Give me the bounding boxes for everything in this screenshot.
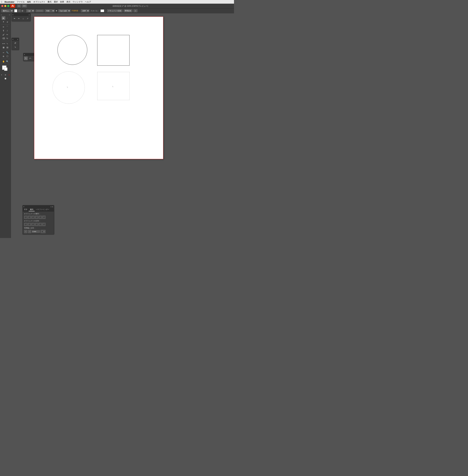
toolbar-collapse-btn[interactable]: × (1, 14, 2, 16)
spacing-v-btn[interactable]: ↕ (28, 230, 31, 233)
graph-tool-btn[interactable]: ▦ (2, 46, 5, 49)
eraser-tool-btn[interactable]: ⌫ (2, 37, 5, 40)
align-center-h-btn[interactable]: ⬛ (28, 216, 31, 219)
line-tool-btn[interactable]: / (5, 29, 9, 33)
menu-file[interactable]: ファイル (17, 0, 25, 3)
opacity-select[interactable]: 100% (81, 9, 89, 12)
circle-solid[interactable] (58, 35, 87, 65)
menu-edit[interactable]: 編集 (27, 0, 31, 3)
undo-btn[interactable]: ↺ (14, 41, 17, 45)
canvas-area[interactable]: × » ✒ ✏ ⌂ ↗ × » ↺ ✎ × (11, 13, 234, 238)
pencil-tool-btn[interactable]: ✏ (5, 33, 9, 36)
scale-tool-btn[interactable]: ⤡ (5, 42, 9, 46)
selection-select[interactable]: 選択なし (1, 9, 13, 12)
view-mode-btn[interactable]: ⬜ (4, 77, 7, 80)
menu-help[interactable]: ヘルプ (85, 0, 91, 3)
stroke-style-select[interactable]: 均等 (45, 9, 55, 12)
pen-panel-close[interactable]: × (13, 14, 14, 16)
tab-align[interactable]: 整列 (29, 208, 35, 211)
column-graph-tool-btn[interactable]: ▤ (5, 46, 9, 49)
pen-tool-btn[interactable]: ✒ (2, 25, 5, 29)
paintbrush-tool-btn[interactable]: 🖌 (2, 33, 5, 36)
tab-transform[interactable]: 変形 (23, 208, 29, 211)
dist-center-v-btn[interactable]: ⬛ (39, 223, 42, 226)
type-tool-btn[interactable]: T (2, 29, 5, 33)
select-arrow-btn[interactable]: ↖ (24, 57, 28, 60)
align-right-btn[interactable]: ⬛ (31, 216, 35, 219)
rotate-tool-btn[interactable]: ↻ (5, 37, 9, 40)
apple-menu[interactable]:  (1, 0, 2, 3)
pen-panel-remove-btn[interactable]: ⌂ (21, 17, 25, 20)
align-center-v-btn[interactable]: ⬛ (39, 216, 42, 219)
brush-select[interactable]: 5 pt. 丸筆 (58, 9, 71, 12)
pen-panel-header[interactable]: × » (12, 14, 30, 16)
dist-center-h-btn[interactable]: ⬛ (28, 223, 31, 226)
close-button[interactable] (1, 5, 3, 7)
eyedropper-tool-btn[interactable]: 🔧 (5, 51, 9, 54)
pen-panel-convert-btn[interactable]: ↗ (26, 17, 29, 20)
toolbar-expand-btn[interactable]: 〈〈 (9, 14, 10, 16)
undo-panel-header[interactable]: × » (12, 38, 19, 41)
pen-panel-pen-btn[interactable]: ✒ (13, 17, 16, 20)
blend-tool-btn[interactable]: ∞ (2, 51, 5, 54)
menu-view[interactable]: 表示 (66, 0, 70, 3)
dist-bottom-btn[interactable]: ⬛ (42, 223, 45, 226)
style-swatch[interactable] (101, 9, 104, 12)
align-left-btn[interactable]: ⬛ (24, 216, 27, 219)
magic-wand-tool-btn[interactable]: ✦ (2, 20, 5, 24)
menu-object[interactable]: オブジェクト (33, 0, 45, 3)
redo-btn[interactable]: ✎ (14, 46, 17, 49)
dist-right-btn[interactable]: ⬛ (31, 223, 35, 226)
align-bottom-btn[interactable]: ⬛ (42, 216, 45, 219)
fill-icon-box[interactable] (18, 10, 21, 12)
stroke-width-select[interactable]: 1 pt (26, 9, 34, 12)
symbol-tool-btn[interactable]: ⊕ (2, 55, 5, 58)
transform-panel-expand[interactable]: » (51, 206, 52, 208)
tab-pathfinder[interactable]: パスファインダー (35, 208, 50, 211)
minimize-button[interactable] (4, 5, 6, 7)
lasso-tool-btn[interactable]: ⌀ (5, 20, 9, 24)
app-name[interactable]: Illustrator (4, 1, 15, 3)
rect-solid[interactable] (97, 35, 130, 66)
transform-panel-close[interactable]: × (23, 206, 24, 208)
artboard-tool-btn[interactable]: ☐ (5, 55, 9, 58)
transform-panel-menu[interactable]: ≡ (52, 206, 53, 208)
direct-selection-tool-btn[interactable]: ◦ (5, 16, 9, 20)
spacing-h-btn[interactable]: ↔ (24, 230, 27, 233)
background-swatch[interactable] (4, 67, 7, 71)
workspace-btn[interactable]: ☷ (17, 4, 21, 7)
maximize-button[interactable] (7, 5, 9, 7)
dist-left-btn[interactable]: ⬛ (24, 223, 27, 226)
align-to-btn[interactable]: ⬛▾ (41, 230, 45, 233)
gradient-mode-btn[interactable]: ▤ (4, 73, 7, 77)
dist-top-btn[interactable]: ⬛ (35, 223, 38, 226)
undo-panel-expand[interactable]: » (17, 38, 18, 40)
menu-window[interactable]: ウィンドウ (73, 0, 83, 3)
pen-panel-anchor-btn[interactable]: ✏ (17, 17, 21, 20)
circle-dashed[interactable] (53, 71, 85, 104)
color-mode-btn[interactable]: ● (0, 73, 3, 77)
stroke-color-box[interactable] (14, 9, 17, 12)
stroke-style-preview[interactable]: ―――― (35, 9, 44, 12)
extra-options-btn[interactable]: ›› (133, 9, 137, 12)
selection-panel-close[interactable]: × (24, 54, 25, 56)
selection-tool-btn[interactable]: ▶ (2, 16, 5, 20)
hand-tool-btn[interactable]: ✋ (2, 60, 5, 63)
artboard[interactable]: + + (34, 16, 163, 159)
pen-panel-expand[interactable]: » (29, 14, 30, 16)
arrange-btn[interactable]: ☰▼ (22, 4, 27, 7)
width-tool-btn[interactable]: ⟺ (2, 42, 5, 46)
curvature-tool-btn[interactable]: ⌒ (5, 25, 9, 29)
zoom-tool-btn[interactable]: 🔍 (5, 60, 9, 63)
doc-settings-btn[interactable]: ドキュメント設定 (107, 9, 123, 12)
menu-select[interactable]: 選択 (54, 0, 58, 3)
menu-type[interactable]: 書式 (47, 0, 52, 3)
menu-effect[interactable]: 効果 (60, 0, 64, 3)
undo-panel-close[interactable]: × (13, 38, 14, 40)
spacing-input[interactable] (32, 230, 40, 233)
transform-panel-header[interactable]: × » ≡ (23, 205, 54, 208)
select-add-btn[interactable]: ↗+ (28, 57, 32, 60)
prefs-btn[interactable]: 環境設定 (124, 9, 132, 12)
align-top-btn[interactable]: ⬛ (35, 216, 38, 219)
none-mode-btn[interactable]: ⊘ (7, 73, 11, 77)
